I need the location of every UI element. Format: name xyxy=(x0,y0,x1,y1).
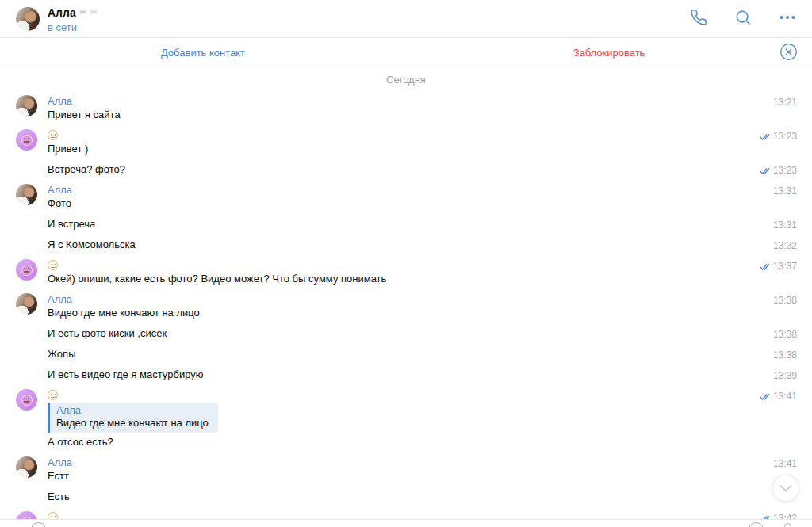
neutral-face-emoji-icon xyxy=(48,130,58,140)
message-text: А отсос есть? xyxy=(48,435,739,449)
alla-avatar[interactable] xyxy=(16,456,37,478)
scroll-to-bottom-button[interactable] xyxy=(772,475,799,502)
message-meta: 13:38 xyxy=(773,294,797,307)
message[interactable]: АллаВидео где мне кончают на лицоА отсос… xyxy=(0,388,812,449)
peer-avatar[interactable] xyxy=(16,259,37,281)
bow-ribbons-icon xyxy=(79,6,98,20)
sender-name-row: Алла xyxy=(48,292,739,306)
message-time: 13:39 xyxy=(773,369,797,383)
message-time: 13:38 xyxy=(773,349,797,362)
message-meta: 13:38 xyxy=(773,349,797,362)
message-time: 13:31 xyxy=(773,219,797,232)
alla-avatar[interactable] xyxy=(16,184,37,205)
message-text: И встреча xyxy=(48,217,739,231)
message-text: Жопы xyxy=(48,347,739,361)
message-text: Фото xyxy=(48,197,739,210)
microphone-icon[interactable] xyxy=(784,523,791,527)
peer-title[interactable]: Алла в сети xyxy=(48,6,98,33)
message-time: 13:23 xyxy=(773,164,797,178)
close-circle-icon xyxy=(779,43,798,64)
message-meta: 13:39 xyxy=(773,369,797,383)
sender-name[interactable]: Алла xyxy=(48,183,72,197)
sender-name-row xyxy=(48,388,739,402)
message-time: 13:21 xyxy=(773,96,797,109)
message-text: Привет я сайта xyxy=(48,108,739,121)
message-meta: 13:38 xyxy=(773,328,797,342)
more-menu-button[interactable] xyxy=(777,9,798,29)
message-text: Встреча? фото? xyxy=(48,162,739,176)
message[interactable]: АллаФото13:31 xyxy=(0,183,812,210)
ellipsis-icon xyxy=(779,9,796,29)
message[interactable]: Есть xyxy=(0,490,812,503)
message-text: И есть фото киски ,сисек xyxy=(48,327,739,340)
search-icon xyxy=(734,9,752,29)
message-meta: 13:42 xyxy=(760,512,797,519)
message-input-bar[interactable] xyxy=(0,519,812,527)
add-contact-button[interactable]: Добавить контакт xyxy=(161,47,245,59)
read-receipt-icon xyxy=(760,393,770,401)
peer-avatar[interactable] xyxy=(16,129,37,151)
neutral-face-emoji-icon xyxy=(48,260,58,270)
block-button[interactable]: Заблокировать xyxy=(573,47,645,59)
chat-header: Алла в сети xyxy=(0,0,812,38)
peer-name: Алла xyxy=(48,6,76,19)
message[interactable]: Я с Комсомольска13:32 xyxy=(0,238,812,251)
sender-name[interactable]: Алла xyxy=(48,292,72,306)
read-receipt-icon xyxy=(760,263,770,271)
message-meta: 13:41 xyxy=(760,390,797,403)
sender-name-row xyxy=(48,258,739,272)
message-meta: 13:37 xyxy=(760,260,797,273)
message-time: 13:37 xyxy=(773,260,797,273)
sender-name-row: Алла xyxy=(48,183,739,197)
sender-name-row: Алла xyxy=(48,94,739,108)
message-list: АллаПривет я сайта13:21Привет )13:23Встр… xyxy=(0,94,812,519)
message-time: 13:31 xyxy=(773,185,797,198)
phone-icon xyxy=(690,9,707,29)
message-text: И есть видео где я мастурбирую xyxy=(48,368,739,381)
emoji-picker-icon[interactable] xyxy=(749,522,764,527)
message-time: 13:32 xyxy=(773,239,797,253)
message[interactable]: Встреча? фото?13:23 xyxy=(0,162,812,176)
sender-name-row xyxy=(48,510,739,519)
message-text: Видео где мне кончают на лицо xyxy=(48,306,739,319)
call-button[interactable] xyxy=(688,9,709,29)
peer-avatar[interactable] xyxy=(16,389,37,411)
attachment-icon[interactable] xyxy=(31,522,46,527)
message[interactable]: Окей) опиши, какие есть фото? Видео може… xyxy=(0,258,812,285)
read-receipt-icon xyxy=(760,167,770,175)
messenger-window: Алла в сети xyxy=(0,0,812,527)
alla-avatar[interactable] xyxy=(16,293,37,315)
peer-avatar[interactable] xyxy=(16,7,40,31)
quoted-text: Видео где мне кончают на лицо xyxy=(56,417,209,430)
read-receipt-icon xyxy=(760,133,770,141)
reply-quote[interactable]: АллаВидео где мне кончают на лицо xyxy=(48,403,218,433)
close-banner-button[interactable] xyxy=(779,44,798,63)
search-button[interactable] xyxy=(733,9,753,29)
neutral-face-emoji-icon xyxy=(48,390,58,400)
message[interactable]: Привет )13:23 xyxy=(0,128,812,155)
peer-avatar[interactable] xyxy=(16,511,37,519)
sender-name[interactable]: Алла xyxy=(48,456,72,469)
chevron-down-icon xyxy=(779,481,792,495)
message[interactable]: АллаЕстт13:41 xyxy=(0,456,812,483)
sender-name-row: Алла xyxy=(48,456,739,469)
message-time: 13:38 xyxy=(773,328,797,342)
message-history[interactable]: Сегодня АллаПривет я сайта13:21Привет )1… xyxy=(0,68,812,519)
sender-name-row xyxy=(48,128,739,142)
message[interactable]: Жопы13:38 xyxy=(0,347,812,361)
alla-avatar[interactable] xyxy=(16,95,37,116)
sender-name[interactable]: Алла xyxy=(48,94,72,108)
message-time: 13:41 xyxy=(773,390,797,403)
message[interactable]: 13:42 xyxy=(0,510,812,519)
message[interactable]: И есть видео где я мастурбирую13:39 xyxy=(0,368,812,381)
neutral-face-emoji-icon xyxy=(21,265,33,276)
message-meta: 13:41 xyxy=(773,457,797,471)
message-time: 13:23 xyxy=(773,130,797,143)
message[interactable]: АллаВидео где мне кончают на лицо13:38 xyxy=(0,292,812,319)
message[interactable]: И встреча13:31 xyxy=(0,217,812,231)
message-meta: 13:23 xyxy=(760,130,797,143)
message-time: 13:38 xyxy=(773,294,797,307)
message[interactable]: И есть фото киски ,сисек13:38 xyxy=(0,327,812,340)
message[interactable]: АллаПривет я сайта13:21 xyxy=(0,94,812,121)
online-status: в сети xyxy=(48,21,98,33)
